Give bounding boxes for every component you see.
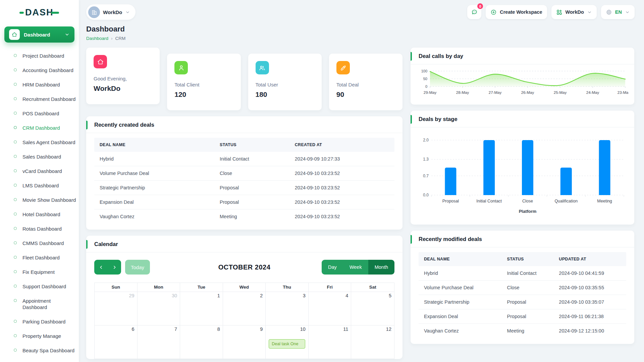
logo-accent — [51, 12, 59, 14]
sidebar-item-property-manage[interactable]: Property Manage — [0, 329, 79, 343]
breadcrumb-separator: › — [111, 36, 113, 41]
calendar-day-cell[interactable]: 10Deal task One — [266, 325, 309, 359]
sidebar-item-pos-dashboard[interactable]: POS Dashboard — [0, 106, 79, 121]
calendar-day-cell[interactable]: 5 — [351, 292, 394, 325]
circle-icon — [14, 198, 17, 201]
right-column: Deal calls by day 10050029-May28-May27-M… — [411, 48, 634, 362]
calendar-day-cell[interactable]: 3 — [266, 292, 309, 325]
table-cell: Initial Contact — [502, 266, 554, 280]
calendar-day-cell[interactable]: 4 — [309, 292, 352, 325]
card-title: Deal calls by day — [419, 53, 463, 59]
sidebar-item-cmms-dashboard[interactable]: CMMS Dashboard — [0, 236, 79, 250]
sidebar-item-hotel-dashboard[interactable]: Hotel Dashboard — [0, 207, 79, 222]
sidebar-item-appointment-dashboard[interactable]: Appointment Dashboard — [0, 294, 79, 314]
chevron-down-icon — [625, 10, 630, 15]
breadcrumb: Dashboard › CRM — [86, 36, 635, 41]
calendar-day-number: 3 — [303, 293, 306, 298]
sidebar-item-beauty-spa-dashboard[interactable]: Beauty Spa Dashboard — [0, 343, 79, 358]
deal-calls-by-day-card: Deal calls by day 10050029-May28-May27-M… — [411, 48, 634, 105]
sidebar-item-rotas-dashboard[interactable]: Rotas Dashboard — [0, 222, 79, 236]
account-menu[interactable]: WorkDo — [551, 5, 597, 19]
topbar-actions: 0 Create Workspace WorkDo EN — [467, 5, 635, 19]
calendar-day-number: 1 — [217, 293, 220, 298]
page-title: Dashboard — [86, 25, 635, 34]
table-cell: Vaughan Cortez — [419, 324, 502, 338]
view-button-day[interactable]: Day — [322, 260, 343, 275]
sidebar-item-label: Property Manage — [22, 333, 61, 339]
sidebar-item-support-dashboard[interactable]: Support Dashboard — [0, 279, 79, 294]
sidebar-item-fix-equipment[interactable]: Fix Equipment — [0, 265, 79, 279]
sidebar-item-vcard-dashboard[interactable]: vCard Dashboard — [0, 164, 79, 178]
circle-icon — [14, 241, 17, 244]
calendar-day-cell[interactable]: 1 — [180, 292, 223, 325]
svg-text:Close: Close — [522, 199, 533, 203]
sidebar-item-recruitment-dashboard[interactable]: Recruitment Dashboard — [0, 92, 79, 106]
sidebar-item-sales-agent-dashboard[interactable]: Sales Agent Dashboard — [0, 135, 79, 149]
svg-text:Proposal: Proposal — [442, 199, 459, 203]
view-button-month[interactable]: Month — [368, 260, 394, 275]
circle-icon — [14, 334, 17, 337]
column-header-deal-name: DEAL NAME — [94, 138, 214, 152]
sidebar-item-sales-dashboard[interactable]: Sales Dashboard — [0, 149, 79, 164]
view-button-week[interactable]: Week — [343, 260, 368, 275]
calendar-week-row: 678910Deal task One1112 — [95, 325, 394, 359]
next-month-button[interactable] — [108, 260, 121, 275]
calendar-event[interactable]: Deal task One — [269, 339, 305, 349]
app-logo[interactable]: DASH — [0, 0, 79, 24]
sidebar-item-project-dashboard[interactable]: Project Dashboard — [0, 49, 79, 63]
calendar-day-cell[interactable]: 12 — [351, 325, 394, 359]
calendar-day-cell[interactable]: 30 — [138, 292, 180, 325]
stat-card-total-user: Total User180 — [248, 54, 322, 110]
column-header-deal-name: DEAL NAME — [419, 252, 502, 266]
table-row: Volume Purchase DealClose2024-09-10 03:2… — [94, 166, 394, 181]
calendar-day-cell[interactable]: 8 — [180, 325, 223, 359]
calendar-day-cell[interactable]: 11 — [309, 325, 352, 359]
calendar-week-row: 293012345 — [95, 292, 394, 325]
calendar-day-number: 5 — [389, 293, 391, 298]
left-column: Good Evening,WorkDoTotal Client120Total … — [86, 48, 402, 362]
card-title-row: Deal calls by day — [411, 48, 634, 64]
table-cell: Hybrid — [94, 152, 214, 166]
calendar-day-cell[interactable]: 29 — [95, 292, 138, 325]
table-row: HybridInitial Contact2024-09-10 04:41:59 — [419, 266, 626, 281]
sidebar-item-label: Recruitment Dashboard — [22, 96, 75, 102]
today-button[interactable]: Today — [125, 260, 150, 275]
stat-value: 180 — [256, 90, 314, 99]
calendar-day-cell[interactable]: 7 — [138, 325, 180, 359]
calendar-day-header: Tue — [180, 283, 223, 292]
table-cell: Proposal — [214, 181, 289, 195]
card-title: Recently modified deals — [419, 236, 482, 242]
table-cell: Close — [502, 281, 554, 295]
sidebar-item-crm-dashboard[interactable]: CRM Dashboard — [0, 121, 79, 135]
circle-icon — [14, 97, 17, 100]
sidebar-item-label: Project Dashboard — [22, 53, 64, 59]
card-title-row: Deals by stage — [411, 111, 634, 127]
chevron-down-icon — [125, 10, 130, 15]
svg-text:0.0: 0.0 — [423, 193, 429, 197]
circle-icon — [14, 227, 17, 230]
messages-button[interactable]: 0 — [467, 5, 481, 19]
sidebar-item-hrm-dashboard[interactable]: HRM Dashboard — [0, 77, 79, 92]
prev-month-button[interactable] — [94, 260, 108, 275]
sidebar-item-lms-dashboard[interactable]: LMS Dashboard — [0, 178, 79, 193]
workspace-selector[interactable]: WorkDo — [86, 4, 136, 20]
sidebar-item-dashboard[interactable]: Dashboard — [4, 26, 74, 43]
sidebar-item-fleet-dashboard[interactable]: Fleet Dashboard — [0, 250, 79, 265]
create-workspace-button[interactable]: Create Workspace — [486, 5, 547, 19]
table-cell: 2024-09-10 03:35:07 — [553, 295, 626, 309]
stat-label: Total Deal — [336, 82, 395, 87]
sidebar-item-parking-dashboard[interactable]: Parking Dashboard — [0, 314, 79, 329]
calendar-day-cell[interactable]: 2 — [223, 292, 266, 325]
table-cell: 2024-09-10 03:35:55 — [553, 281, 626, 295]
language-selector[interactable]: EN — [601, 5, 635, 19]
calendar-day-header: Sun — [95, 283, 138, 292]
breadcrumb-dashboard-link[interactable]: Dashboard — [86, 36, 108, 41]
sidebar-item-accounting-dashboard[interactable]: Accounting Dashboard — [0, 63, 79, 77]
calendar-day-cell[interactable]: 9 — [223, 325, 266, 359]
svg-text:Meeting: Meeting — [597, 199, 612, 203]
stat-label: Total Client — [174, 82, 233, 87]
calendar-day-cell[interactable]: 6 — [95, 325, 138, 359]
calendar-day-number: 2 — [260, 293, 263, 298]
sidebar-item-facilities-dashboard[interactable]: Facilities Dashboard — [0, 358, 79, 362]
sidebar-item-movie-show-dashboard[interactable]: Movie Show Dashboard — [0, 193, 79, 207]
